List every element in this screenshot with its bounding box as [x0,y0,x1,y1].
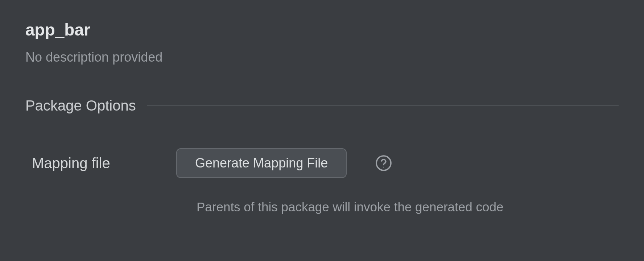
mapping-file-label: Mapping file [32,155,176,171]
mapping-file-hint: Parents of this package will invoke the … [197,200,619,214]
package-description: No description provided [25,50,619,65]
help-icon[interactable] [375,154,392,172]
section-label: Package Options [25,98,147,114]
svg-point-0 [376,156,391,170]
package-title: app_bar [25,20,619,40]
svg-point-1 [383,167,384,167]
mapping-file-hint-row: Parents of this package will invoke the … [25,200,619,214]
section-divider [147,105,619,106]
section-header: Package Options [25,98,619,114]
mapping-file-row: Mapping file Generate Mapping File [25,148,619,178]
generate-mapping-file-button[interactable]: Generate Mapping File [176,148,347,178]
